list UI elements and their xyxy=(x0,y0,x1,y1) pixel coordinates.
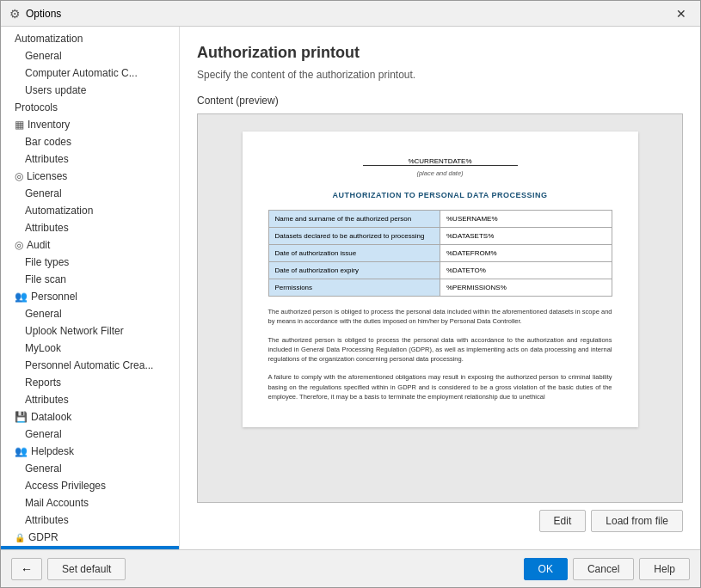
set-default-button[interactable]: Set default xyxy=(47,558,126,580)
sidebar-item-automatization[interactable]: Automatization xyxy=(1,30,179,47)
sidebar-item-general5[interactable]: General xyxy=(1,460,179,477)
sidebar-item-uplook[interactable]: Uplook Network Filter xyxy=(1,322,179,340)
sidebar-item-attributes3[interactable]: Attributes xyxy=(1,391,179,408)
preview-page: %CURRENTDATE% (place and date) AUTHORIZA… xyxy=(243,132,638,427)
table-cell-label: Date of authorization issue xyxy=(268,245,440,262)
page-title: Authorization printout xyxy=(197,44,683,62)
preview-text3: A failure to comply with the aforementio… xyxy=(268,372,612,401)
bottom-right: OK Cancel Help xyxy=(524,558,690,580)
helpdesk-icon: 👥 xyxy=(15,445,28,457)
title-bar: ⚙ Options ✕ xyxy=(1,1,700,27)
window-title: Options xyxy=(26,8,61,20)
table-cell-value: %PERMISSIONS% xyxy=(440,279,612,297)
action-buttons-row: Edit Load from file xyxy=(197,510,683,532)
edit-button[interactable]: Edit xyxy=(539,510,587,532)
sidebar-item-mylook[interactable]: MyLook xyxy=(1,340,179,357)
table-row: Name and surname of the authorized perso… xyxy=(268,211,612,228)
table-row: Permissions %PERMISSIONS% xyxy=(268,279,612,297)
preview-date-line: %CURRENTDATE% xyxy=(363,157,518,166)
sidebar-item-automatization2[interactable]: Automatization xyxy=(1,202,179,219)
preview-text1: The authorized person is obliged to proc… xyxy=(268,307,612,327)
options-window: ⚙ Options ✕ Automatization General Compu… xyxy=(0,0,701,588)
sidebar: Automatization General Computer Automati… xyxy=(1,27,180,549)
load-from-file-button[interactable]: Load from file xyxy=(591,510,683,532)
sidebar-item-audit[interactable]: ◎ Audit xyxy=(1,236,179,254)
sidebar-item-reports[interactable]: Reports xyxy=(1,374,179,391)
table-cell-label: Name and surname of the authorized perso… xyxy=(268,211,440,228)
table-cell-value: %DATASETS% xyxy=(440,228,612,245)
table-cell-value: %USERNAME% xyxy=(440,211,612,228)
audit-icon: ◎ xyxy=(15,239,23,251)
page-subtitle: Specify the content of the authorization… xyxy=(197,69,683,81)
sidebar-item-general1[interactable]: General xyxy=(1,47,179,64)
sidebar-item-licenses[interactable]: ◎ Licenses xyxy=(1,168,179,185)
sidebar-item-file-scan[interactable]: File scan xyxy=(1,271,179,288)
right-panel: Authorization printout Specify the conte… xyxy=(180,27,700,549)
ok-button[interactable]: OK xyxy=(524,558,568,580)
datalook-icon: 💾 xyxy=(15,411,28,423)
table-cell-label: Datasets declared to be authorized to pr… xyxy=(268,228,440,245)
sidebar-item-attributes1[interactable]: Attributes xyxy=(1,150,179,168)
sidebar-item-helpdesk[interactable]: 👥 Helpdesk xyxy=(1,443,179,460)
window-icon: ⚙ xyxy=(9,7,21,21)
personnel-icon: 👥 xyxy=(15,291,28,303)
sidebar-item-attributes4[interactable]: Attributes xyxy=(1,511,179,529)
sidebar-item-users-update[interactable]: Users update xyxy=(1,82,179,99)
sidebar-item-access-privileges[interactable]: Access Privileges xyxy=(1,477,179,494)
sidebar-item-general4[interactable]: General xyxy=(1,426,179,443)
table-cell-value: %DATEFROM% xyxy=(440,245,612,262)
preview-header: AUTHORIZATION TO PERSONAL DATA PROCESSIN… xyxy=(268,191,612,199)
cancel-button[interactable]: Cancel xyxy=(573,558,634,580)
preview-table: Name and surname of the authorized perso… xyxy=(268,210,612,297)
help-button[interactable]: Help xyxy=(639,558,690,580)
table-cell-label: Date of authorization expiry xyxy=(268,262,440,279)
close-button[interactable]: ✕ xyxy=(671,5,692,22)
sidebar-item-gdpr[interactable]: 🔒 GDPR xyxy=(1,529,179,546)
bottom-left: ← Set default xyxy=(11,558,126,580)
sidebar-item-inventory[interactable]: ▦ Inventory xyxy=(1,116,179,133)
preview-text2: The authorized person is obliged to proc… xyxy=(268,335,612,364)
sidebar-item-protocols[interactable]: Protocols xyxy=(1,99,179,116)
table-cell-value: %DATETO% xyxy=(440,262,612,279)
licenses-icon: ◎ xyxy=(15,170,23,182)
sidebar-item-general3[interactable]: General xyxy=(1,305,179,322)
bottom-bar: ← Set default OK Cancel Help xyxy=(1,549,700,587)
title-bar-left: ⚙ Options xyxy=(9,7,61,21)
lock-icon: 🔒 xyxy=(15,533,25,542)
table-row: Date of authorization issue %DATEFROM% xyxy=(268,245,612,262)
sidebar-item-file-types[interactable]: File types xyxy=(1,254,179,271)
content-label: Content (preview) xyxy=(197,95,683,107)
sidebar-item-attributes2[interactable]: Attributes xyxy=(1,219,179,236)
preview-inner: %CURRENTDATE% (place and date) AUTHORIZA… xyxy=(198,114,682,444)
sidebar-item-datalook[interactable]: 💾 Datalook xyxy=(1,408,179,426)
sidebar-item-personnel[interactable]: 👥 Personnel xyxy=(1,288,179,305)
sidebar-item-mail-accounts[interactable]: Mail Accounts xyxy=(1,494,179,511)
back-arrow-button[interactable]: ← xyxy=(11,558,42,580)
preview-place-date: (place and date) xyxy=(268,169,612,177)
main-content: Automatization General Computer Automati… xyxy=(1,27,700,549)
sidebar-item-bar-codes[interactable]: Bar codes xyxy=(1,133,179,150)
sidebar-item-personnel-auto[interactable]: Personnel Automatic Crea... xyxy=(1,357,179,374)
sidebar-item-general2[interactable]: General xyxy=(1,185,179,202)
table-cell-label: Permissions xyxy=(268,279,440,297)
sidebar-item-computer-automatic[interactable]: Computer Automatic C... xyxy=(1,64,179,82)
inventory-icon: ▦ xyxy=(15,119,24,131)
preview-container[interactable]: %CURRENTDATE% (place and date) AUTHORIZA… xyxy=(197,113,683,503)
table-row: Date of authorization expiry %DATETO% xyxy=(268,262,612,279)
table-row: Datasets declared to be authorized to pr… xyxy=(268,228,612,245)
